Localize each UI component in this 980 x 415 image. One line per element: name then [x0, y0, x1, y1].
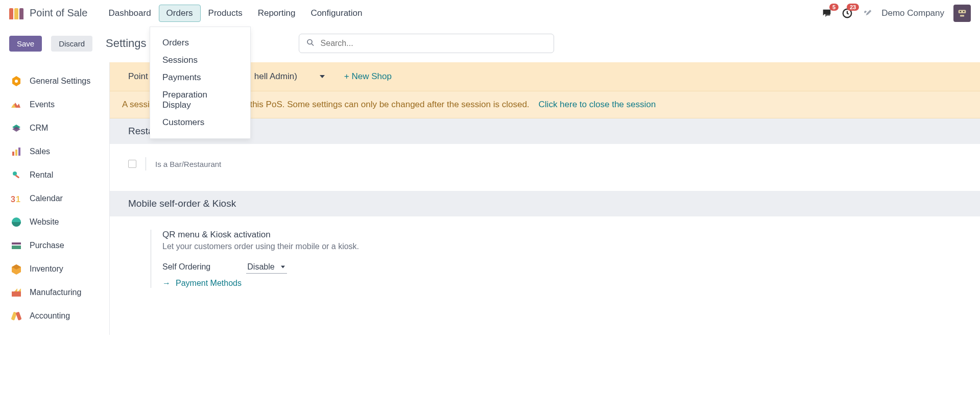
discard-button[interactable]: Discard	[51, 36, 92, 52]
qr-kiosk-title: QR menu & Kiosk activation	[162, 230, 962, 240]
crm-icon	[10, 122, 22, 134]
messages-badge: 5	[829, 4, 839, 11]
sidebar-item-sales[interactable]: Sales	[0, 140, 109, 163]
tools-icon[interactable]	[862, 8, 872, 18]
close-session-link[interactable]: Click here to close the session	[539, 100, 656, 110]
chevron-down-icon[interactable]	[320, 75, 325, 78]
svg-point-8	[15, 80, 18, 83]
svg-rect-17	[12, 242, 21, 245]
sidebar-item-crm[interactable]: CRM	[0, 116, 109, 140]
self-ordering-select[interactable]: Disable	[246, 260, 286, 274]
dropdown-preparation-display[interactable]: Preparation Display	[150, 86, 250, 114]
search-icon	[306, 38, 315, 49]
search-wrap	[299, 34, 554, 53]
settings-sidebar: General Settings Events CRM Sales Rental…	[0, 62, 110, 335]
svg-rect-13	[15, 175, 19, 179]
activities-badge: 23	[847, 4, 859, 11]
svg-rect-25	[16, 311, 22, 320]
qr-kiosk-desc: Let your customers order using their mob…	[162, 242, 962, 251]
nav-reporting[interactable]: Reporting	[250, 5, 303, 22]
sidebar-item-label: Purchase	[30, 241, 64, 250]
sidebar-item-label: Calendar	[30, 194, 63, 203]
user-avatar[interactable]	[953, 5, 971, 22]
sidebar-item-accounting[interactable]: Accounting	[0, 304, 109, 328]
pos-name-suffix: hell Admin)	[254, 71, 297, 82]
nav-configuration[interactable]: Configuration	[303, 5, 370, 22]
sidebar-item-general-settings[interactable]: General Settings	[0, 69, 109, 93]
calendar-icon: 31	[10, 192, 22, 205]
purchase-icon	[10, 239, 22, 252]
svg-text:3: 3	[11, 195, 15, 204]
sidebar-item-label: Sales	[30, 147, 50, 156]
svg-point-6	[307, 40, 312, 44]
section-kiosk-title: Mobile self-order & Kiosk	[110, 191, 980, 216]
rental-icon	[10, 169, 22, 181]
svg-rect-2	[959, 10, 966, 13]
events-icon	[10, 99, 22, 111]
dropdown-orders[interactable]: Orders	[150, 34, 250, 52]
website-icon	[10, 216, 22, 228]
sidebar-item-inventory[interactable]: Inventory	[0, 257, 109, 281]
top-nav: Dashboard Orders Products Reporting Conf…	[101, 5, 370, 22]
sidebar-item-calendar[interactable]: 31 Calendar	[0, 187, 109, 210]
section-restaurant-body: Is a Bar/Restaurant	[110, 144, 980, 191]
self-ordering-label: Self Ordering	[162, 262, 210, 272]
svg-marker-22	[14, 288, 17, 291]
svg-rect-10	[15, 150, 17, 156]
sidebar-item-label: Inventory	[30, 264, 63, 274]
app-logo-icon	[9, 7, 25, 19]
orders-dropdown: Orders Sessions Payments Preparation Dis…	[150, 27, 251, 139]
sidebar-item-events[interactable]: Events	[0, 93, 109, 116]
svg-rect-5	[960, 15, 964, 16]
sales-icon	[10, 145, 22, 158]
arrow-right-icon: →	[162, 279, 171, 288]
svg-rect-21	[12, 291, 21, 297]
messages-icon[interactable]: 5	[821, 8, 832, 19]
sidebar-item-label: General Settings	[30, 77, 90, 86]
nav-orders[interactable]: Orders	[159, 5, 201, 22]
save-button[interactable]: Save	[9, 36, 42, 52]
section-kiosk-body: QR menu & Kiosk activation Let your cust…	[110, 216, 980, 308]
gear-icon	[10, 75, 22, 87]
payment-methods-link[interactable]: → Payment Methods	[162, 279, 962, 288]
sidebar-item-label: Events	[30, 100, 55, 109]
sidebar-item-label: Manufacturing	[30, 288, 81, 297]
accounting-icon	[10, 310, 22, 322]
svg-rect-18	[12, 246, 21, 249]
inventory-icon	[10, 263, 22, 275]
new-shop-link[interactable]: + New Shop	[344, 71, 392, 82]
svg-text:1: 1	[16, 195, 20, 204]
page-title: Settings	[106, 37, 147, 50]
company-name[interactable]: Demo Company	[881, 8, 944, 18]
svg-point-4	[963, 11, 965, 12]
sidebar-item-purchase[interactable]: Purchase	[0, 234, 109, 257]
sidebar-item-label: Rental	[30, 170, 53, 180]
search-input[interactable]	[299, 34, 554, 53]
is-bar-checkbox[interactable]	[128, 160, 136, 168]
app-title: Point of Sale	[30, 7, 87, 19]
svg-rect-11	[18, 148, 20, 156]
dropdown-sessions[interactable]: Sessions	[150, 52, 250, 69]
is-bar-label: Is a Bar/Restaurant	[155, 160, 221, 168]
dropdown-payments[interactable]: Payments	[150, 69, 250, 86]
sidebar-item-manufacturing[interactable]: Manufacturing	[0, 281, 109, 304]
sidebar-item-rental[interactable]: Rental	[0, 163, 109, 187]
sidebar-item-label: Accounting	[30, 311, 70, 321]
activities-icon[interactable]: 23	[842, 8, 853, 19]
manufacturing-icon	[10, 286, 22, 299]
payment-methods-label: Payment Methods	[176, 279, 242, 288]
nav-products[interactable]: Products	[201, 5, 250, 22]
control-bar: Save Discard Settings	[0, 27, 980, 62]
svg-point-3	[960, 11, 961, 12]
svg-rect-9	[12, 152, 14, 156]
pos-name-prefix: Point	[128, 71, 148, 82]
nav-dashboard[interactable]: Dashboard	[101, 5, 158, 22]
svg-marker-23	[18, 288, 21, 291]
sidebar-item-website[interactable]: Website	[0, 210, 109, 234]
sidebar-item-label: Website	[30, 217, 59, 227]
top-bar: Point of Sale Dashboard Orders Products …	[0, 0, 980, 27]
divider	[146, 157, 146, 170]
sidebar-item-label: CRM	[30, 124, 48, 133]
dropdown-customers[interactable]: Customers	[150, 114, 250, 131]
